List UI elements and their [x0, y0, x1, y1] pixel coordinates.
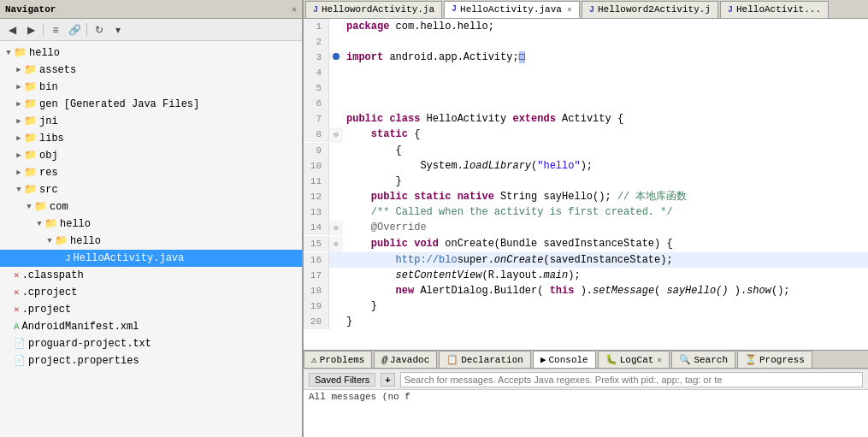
tab-HellowordActivity[interactable]: J HellowordActivity.ja: [305, 1, 442, 18]
tree-expand-arrow[interactable]: ▶: [14, 97, 24, 112]
tree-expand-arrow[interactable]: ▶: [14, 62, 24, 78]
console-search-input[interactable]: [400, 372, 863, 387]
line-number: 2: [304, 34, 329, 50]
tree-item-hello-root[interactable]: ▼ 📁 hello: [0, 44, 302, 62]
tab-HelloActivit[interactable]: J HelloActivit...: [720, 1, 829, 18]
code-line-15: 15 ⊖ public void onCreate(Bundle savedIn…: [304, 236, 868, 252]
code-line-7: 7 public class HelloActivity extends Act…: [304, 111, 868, 127]
code-line-19: 19 }: [304, 298, 868, 314]
code-line-8: 8 ⊖ static {: [304, 127, 868, 143]
editor-tab-bar: J HellowordActivity.ja J HelloActivity.j…: [304, 0, 868, 19]
tab-progress[interactable]: ⏳ Progress: [737, 351, 812, 368]
folder-icon: 📁: [34, 199, 47, 215]
add-filter-button[interactable]: +: [381, 373, 394, 387]
tree-expand-arrow[interactable]: ▶: [14, 131, 24, 146]
line-gutter: [329, 53, 343, 60]
tree-item-AndroidManifest[interactable]: A AndroidManifest.xml: [0, 318, 302, 335]
tab-search[interactable]: 🔍 Search: [671, 351, 735, 368]
nav-forward-button[interactable]: ▶: [22, 21, 39, 38]
line-number: 7: [304, 111, 329, 127]
folder-icon: 📁: [24, 97, 37, 112]
tree-item-com[interactable]: ▼ 📁 com: [0, 198, 302, 216]
tab-HelloActivity[interactable]: J HelloActivity.java ✕: [444, 1, 580, 18]
tab-declaration[interactable]: 📋 Declaration: [439, 351, 531, 368]
code-editor[interactable]: 1 package com.hello.hello; 2 3 import an…: [304, 19, 868, 350]
fold-icon[interactable]: ⊖: [334, 237, 338, 252]
tree-expand-arrow[interactable]: ▶: [14, 114, 24, 129]
line-number: 10: [304, 158, 329, 174]
folder-icon: 📁: [14, 45, 27, 61]
line-gutter: ⊖: [329, 237, 343, 252]
tree-item-obj[interactable]: ▶ 📁 obj: [0, 147, 302, 164]
tree-item-libs[interactable]: ▶ 📁 libs: [0, 130, 302, 147]
logcat-close-icon[interactable]: ✕: [657, 355, 662, 365]
tree-expand-arrow[interactable]: ▼: [34, 216, 44, 232]
tree-expand-arrow[interactable]: ▶: [14, 165, 24, 180]
tree-item-proguard[interactable]: 📄 proguard-project.txt: [0, 335, 302, 352]
tree-expand-arrow[interactable]: ▶: [14, 148, 24, 163]
nav-dropdown-button[interactable]: ▾: [109, 21, 127, 38]
tree-item-hello3[interactable]: ▼ 📁 hello: [0, 233, 302, 250]
nav-collapse-button[interactable]: ≡: [47, 21, 64, 38]
line-number: 6: [304, 96, 329, 111]
tree-item-gen[interactable]: ▶ 📁 gen [Generated Java Files]: [0, 96, 302, 113]
nav-sync-button[interactable]: ↻: [91, 21, 108, 38]
tree-expand-arrow[interactable]: ▼: [24, 199, 34, 215]
add-filter-icon: +: [385, 375, 390, 385]
tab-label: Problems: [320, 355, 365, 365]
tree-label: src: [39, 182, 58, 198]
tree-label: .cproject: [22, 285, 78, 300]
saved-filters-label: Saved Filters: [315, 375, 369, 385]
fold-icon[interactable]: ⊖: [334, 221, 338, 236]
line-content: [343, 96, 868, 111]
tab-problems[interactable]: ⚠ Problems: [304, 351, 372, 368]
tab-close-icon[interactable]: ✕: [567, 4, 572, 15]
tree-expand-arrow[interactable]: ▼: [44, 233, 55, 249]
code-line-16: 16 http://blosuper.onCreate(savedInstanc…: [304, 252, 868, 268]
tree-item-res[interactable]: ▶ 📁 res: [0, 164, 302, 181]
nav-back-button[interactable]: ◀: [3, 21, 21, 38]
code-line-18: 18 new AlertDialog.Builder( this ).setMe…: [304, 283, 868, 298]
tab-console[interactable]: ▶ Console: [533, 351, 596, 368]
saved-filters-button[interactable]: Saved Filters: [309, 373, 375, 387]
tab-Helloword2Activity[interactable]: J Helloword2Activity.j: [582, 1, 718, 18]
line-content: public void onCreate(Bundle savedInstanc…: [343, 236, 868, 251]
tab-logcat[interactable]: 🐛 LogCat ✕: [598, 351, 670, 368]
tree-item-cproject[interactable]: ✕ .cproject: [0, 284, 302, 301]
tree-item-src[interactable]: ▼ 📁 src: [0, 181, 302, 198]
tree-expand-arrow[interactable]: ▼: [14, 182, 24, 198]
tree-item-projectprops[interactable]: 📄 project.properties: [0, 352, 302, 369]
tree-item-HelloActivity[interactable]: ▶ J HelloActivity.java: [0, 250, 302, 267]
tree-expand-arrow[interactable]: ▶: [14, 80, 24, 95]
line-number: 14: [304, 220, 329, 235]
tab-javadoc[interactable]: @ Javadoc: [374, 351, 437, 368]
nav-link-button[interactable]: 🔗: [66, 21, 83, 38]
tree-item-project[interactable]: ✕ .project: [0, 301, 302, 318]
folder-icon: 📁: [24, 62, 37, 78]
code-line-13: 13 /** Called when the activity is first…: [304, 204, 868, 220]
tab-label: LogCat: [620, 355, 654, 365]
console-area: Saved Filters + All messages (no f: [304, 369, 868, 437]
line-content: [343, 80, 868, 96]
tree-item-classpath[interactable]: ✕ .classpath: [0, 267, 302, 284]
java-file-icon: J: [65, 251, 71, 266]
folder-icon: 📁: [24, 148, 37, 163]
nav-tree: ▼ 📁 hello ▶ 📁 assets ▶ 📁 bin: [0, 41, 302, 437]
java-tab-icon: J: [313, 5, 318, 15]
tree-file-arrow: ▶: [55, 251, 65, 266]
editor-area: J HellowordActivity.ja J HelloActivity.j…: [304, 0, 868, 437]
tab-label: Console: [549, 355, 588, 365]
fold-icon[interactable]: ⊖: [334, 127, 338, 143]
java-tab-icon: J: [589, 5, 594, 15]
problems-icon: ⚠: [311, 354, 317, 365]
line-number: 20: [304, 314, 329, 329]
tree-expand-arrow[interactable]: ▼: [3, 45, 14, 61]
line-content: http://blosuper.onCreate(savedInstanceSt…: [343, 252, 868, 268]
navigator-title: Navigator: [5, 4, 56, 15]
tree-item-bin[interactable]: ▶ 📁 bin: [0, 79, 302, 96]
navigator-close-icon[interactable]: ✕: [292, 4, 297, 15]
tree-item-hello2[interactable]: ▼ 📁 hello: [0, 216, 302, 233]
tree-item-jni[interactable]: ▶ 📁 jni: [0, 113, 302, 130]
tree-item-assets[interactable]: ▶ 📁 assets: [0, 62, 302, 79]
line-number: 18: [304, 283, 329, 298]
